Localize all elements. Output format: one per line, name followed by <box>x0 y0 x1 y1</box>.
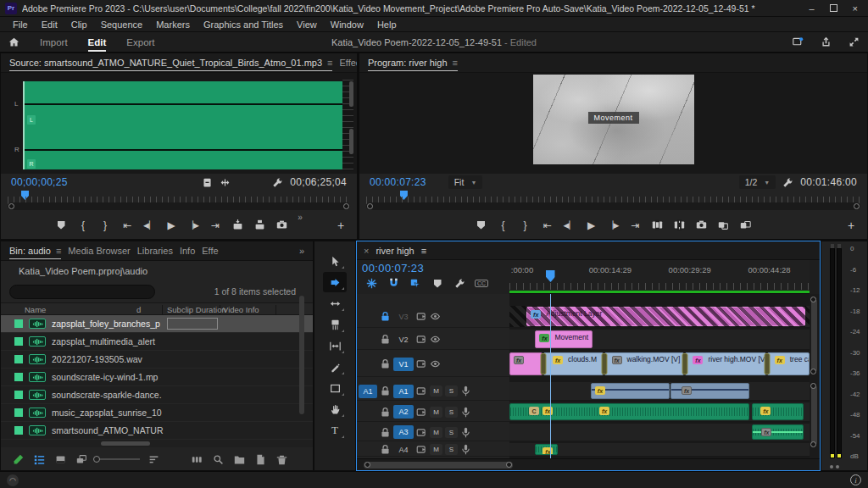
audio-meter-panel[interactable]: 0-6-12-18-24-30-36-42-48-54dB <box>821 241 868 471</box>
mode-tab-edit[interactable]: Edit <box>80 35 115 50</box>
voiceover-record-icon[interactable] <box>460 427 471 438</box>
lock-icon[interactable] <box>380 427 391 438</box>
scale-thumb[interactable] <box>349 81 353 107</box>
step-forward-button[interactable]: ▕▶ <box>182 216 204 235</box>
bin-horizontal-scrollbar[interactable] <box>1 440 313 447</box>
toggle-track-output-icon[interactable] <box>430 358 441 369</box>
clip-river-high-mov-v-[interactable]: fxriver high.MOV [V] <box>685 352 765 375</box>
go-to-in-button[interactable]: ⇤ <box>116 216 138 235</box>
zoom-slider-knob[interactable] <box>93 456 100 463</box>
track-lane-a4[interactable]: fx <box>509 443 810 457</box>
clip[interactable]: fx <box>591 383 670 399</box>
mute-button[interactable]: M <box>430 444 442 455</box>
mark-in-button[interactable]: { <box>72 216 94 235</box>
panel-menu-icon[interactable]: ≡ <box>421 246 426 256</box>
fx-badge[interactable]: fx <box>761 428 771 436</box>
step-forward-button[interactable]: ▕▶ <box>603 216 625 235</box>
go-to-out-button[interactable]: ⇥ <box>625 216 647 235</box>
scroll-knob-right[interactable] <box>854 203 860 209</box>
solo-button[interactable]: S <box>445 444 458 455</box>
source-waveform-view[interactable]: L R L R <box>1 73 357 174</box>
overflow-button[interactable]: » <box>292 211 308 223</box>
scroll-knob-left[interactable] <box>8 203 14 209</box>
track-name-a4[interactable]: A4 <box>393 443 414 457</box>
mode-tab-import[interactable]: Import <box>31 35 76 50</box>
selection-tool[interactable] <box>323 251 347 271</box>
tab-effect-controls[interactable]: Effect Controls <box>339 54 358 71</box>
menu-markers[interactable]: Markers <box>150 19 196 30</box>
snap-button[interactable] <box>384 277 403 290</box>
source-patch-a1[interactable]: A1 <box>359 385 377 398</box>
transition-clip[interactable] <box>601 353 607 374</box>
pen-tool[interactable] <box>323 357 347 377</box>
step-back-button[interactable]: ◀▏ <box>138 216 160 235</box>
timeline-scroll-thumb[interactable] <box>364 462 513 469</box>
bin-tab-media-browser[interactable]: Media Browser <box>68 242 130 259</box>
writable-button[interactable] <box>8 452 29 467</box>
track-name-a2[interactable]: A2 <box>393 405 414 419</box>
lock-icon[interactable] <box>380 407 391 418</box>
close-button[interactable]: × <box>853 3 858 14</box>
clip[interactable]: fx <box>535 444 557 455</box>
breadcrumb[interactable]: Katia_Video Poem.prproj\audio <box>19 266 147 276</box>
fx-badge[interactable]: fx <box>599 407 609 415</box>
mute-button[interactable]: M <box>430 407 442 418</box>
clip-adjustment-layer[interactable]: fxAdjustment Layer <box>526 307 805 326</box>
lock-icon[interactable] <box>380 385 391 396</box>
audio-zoom-icon[interactable] <box>220 177 231 188</box>
track-patch-icon[interactable] <box>416 385 427 396</box>
add-marker-button[interactable] <box>50 216 72 235</box>
menu-window[interactable]: Window <box>325 19 370 30</box>
share-icon[interactable] <box>821 36 832 47</box>
clip[interactable]: fx <box>752 424 804 440</box>
source-patch-a3[interactable] <box>359 425 377 439</box>
maximize-button[interactable] <box>830 4 837 12</box>
clip-movement[interactable]: fxMovement <box>535 330 593 348</box>
timeline-horizontal-scrollbar[interactable] <box>357 458 820 470</box>
bin-tab-libraries[interactable]: Libraries <box>137 242 173 259</box>
overwrite-button[interactable] <box>248 216 270 235</box>
menu-edit[interactable]: Edit <box>36 19 64 30</box>
video-scroll-thumb[interactable] <box>811 299 817 372</box>
fx-badge[interactable]: fx <box>542 407 553 415</box>
track-name-a1[interactable]: A1 <box>393 385 414 398</box>
clip-walking-mov-v-[interactable]: fxwalking.MOV [V] <box>604 352 685 375</box>
solo-button[interactable]: S <box>445 427 458 438</box>
panel-menu-icon[interactable]: ≡ <box>453 58 458 68</box>
menu-clip[interactable]: Clip <box>65 19 93 30</box>
go-to-in-button[interactable]: ⇤ <box>537 216 559 235</box>
track-patch-icon[interactable] <box>416 311 427 322</box>
track-lane-v3[interactable]: fxAdjustment Layer <box>509 306 810 328</box>
play-button[interactable]: ▶ <box>581 216 603 235</box>
fx-badge[interactable]: fx <box>595 386 605 395</box>
toggle-track-output-icon[interactable] <box>430 311 441 322</box>
rectangle-tool[interactable] <box>323 378 347 398</box>
track-name-v1[interactable]: V1 <box>393 358 414 371</box>
play-button[interactable]: ▶ <box>160 216 182 235</box>
search-box[interactable] <box>9 285 155 299</box>
add-button[interactable]: + <box>330 216 352 235</box>
bin-item-row[interactable]: 20221207-193505.wav <box>1 351 313 369</box>
delete-button[interactable] <box>271 452 292 467</box>
mute-button[interactable]: M <box>430 427 442 438</box>
column-header-subclip-duration[interactable]: Subclip Duration <box>167 305 226 314</box>
bin-item-row[interactable]: music_zapsplat_sunrise_10 <box>1 404 313 422</box>
ripple-edit-tool[interactable] <box>323 293 347 313</box>
multi-camera-button[interactable] <box>735 216 757 235</box>
column-header-video-info[interactable]: Video Info <box>223 305 259 314</box>
export-frame-button[interactable] <box>270 216 292 235</box>
track-name-v2[interactable]: V2 <box>393 333 414 347</box>
bin-item-row[interactable]: zapsplat_multimedia_alert <box>1 333 313 351</box>
menu-view[interactable]: View <box>291 19 323 30</box>
bin-tab-bin-audio[interactable]: Bin: audio≡ <box>9 242 61 259</box>
new-item-button[interactable] <box>250 452 271 467</box>
clip[interactable]: fx <box>752 403 804 420</box>
program-scrubber[interactable] <box>359 191 867 211</box>
home-icon[interactable] <box>8 36 19 47</box>
minimize-button[interactable]: – <box>809 3 814 14</box>
column-header-name[interactable]: Name <box>25 305 46 314</box>
creative-cloud-icon[interactable]: ◠ <box>7 474 19 486</box>
go-to-out-button[interactable]: ⇥ <box>204 216 226 235</box>
bin-tab-effe[interactable]: Effe <box>202 242 218 259</box>
list-view-button[interactable] <box>29 452 50 467</box>
